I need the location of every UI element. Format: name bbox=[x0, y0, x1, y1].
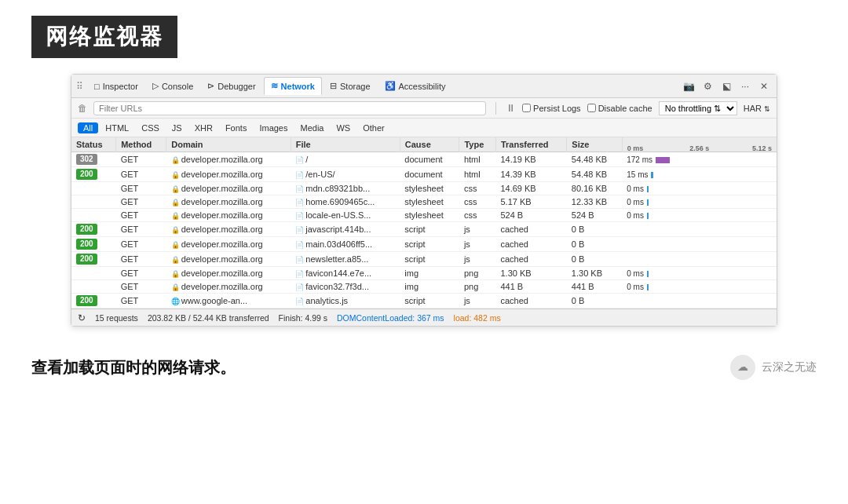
table-row[interactable]: 200GET🔒developer.mozilla.org📄/en-US/docu… bbox=[71, 167, 777, 182]
disable-cache-text: Disable cache bbox=[598, 104, 652, 113]
cell-transferred: 5.17 KB bbox=[495, 195, 566, 209]
persist-logs-label[interactable]: Persist Logs bbox=[522, 104, 581, 113]
cell-method: GET bbox=[116, 152, 166, 167]
cell-type: html bbox=[459, 167, 496, 182]
cell-cause: script bbox=[400, 222, 459, 237]
table-row[interactable]: GET🔒developer.mozilla.org📄favicon144.e7e… bbox=[71, 267, 777, 280]
cell-transferred: 14.19 KB bbox=[495, 152, 566, 167]
pause-icon[interactable]: ⏸ bbox=[506, 102, 516, 114]
col-domain[interactable]: Domain bbox=[166, 137, 291, 152]
type-btn-ws[interactable]: WS bbox=[331, 122, 356, 133]
table-row[interactable]: GET🔒developer.mozilla.org📄favicon32.7f3d… bbox=[71, 280, 777, 294]
cell-size: 0 B bbox=[567, 294, 622, 309]
cell-domain: 🔒developer.mozilla.org bbox=[166, 167, 291, 182]
cell-file: 📄/en-US/ bbox=[291, 167, 400, 182]
disable-cache-label[interactable]: Disable cache bbox=[587, 104, 652, 113]
throttle-select[interactable]: No throttling ⇅ bbox=[659, 101, 737, 115]
cell-size: 1.30 KB bbox=[567, 267, 622, 280]
type-btn-fonts[interactable]: Fonts bbox=[220, 122, 253, 133]
col-status[interactable]: Status bbox=[71, 137, 116, 152]
file-icon: 📄 bbox=[295, 270, 304, 278]
type-btn-other[interactable]: Other bbox=[357, 122, 390, 133]
cell-file: 📄mdn.c89321bb... bbox=[291, 182, 400, 195]
cell-timeline: 15 ms bbox=[622, 167, 777, 182]
har-label[interactable]: HAR ⇅ bbox=[744, 104, 770, 113]
status-requests: 15 requests bbox=[95, 313, 138, 323]
devtools-window: ⠿ □ Inspector ▷ Console ⊳ Debugger ≋ Net… bbox=[71, 74, 777, 327]
table-row[interactable]: 200GET🔒developer.mozilla.org📄main.03d406… bbox=[71, 237, 777, 252]
tab-inspector[interactable]: □ Inspector bbox=[88, 79, 144, 94]
cell-transferred: 14.39 KB bbox=[495, 167, 566, 182]
dock-icon[interactable]: ⬕ bbox=[718, 79, 734, 94]
col-transferred[interactable]: Transferred bbox=[495, 137, 566, 152]
table-row[interactable]: 200GET🔒developer.mozilla.org📄newsletter.… bbox=[71, 252, 777, 267]
status-badge: 200 bbox=[76, 224, 97, 235]
type-btn-js[interactable]: JS bbox=[166, 122, 188, 133]
cell-method: GET bbox=[116, 182, 166, 195]
cell-status bbox=[71, 195, 116, 209]
table-row[interactable]: 200GET🔒developer.mozilla.org📄javascript.… bbox=[71, 222, 777, 237]
type-btn-html[interactable]: HTML bbox=[100, 122, 134, 133]
cell-cause: document bbox=[400, 167, 459, 182]
tab-network[interactable]: ≋ Network bbox=[264, 77, 322, 95]
cell-timeline bbox=[622, 222, 777, 237]
table-row[interactable]: 200GET🌐www.google-an...📄analytics.jsscri… bbox=[71, 294, 777, 309]
tab-storage[interactable]: ⊟ Storage bbox=[323, 78, 377, 94]
close-icon[interactable]: ✕ bbox=[756, 79, 772, 94]
file-icon: 📄 bbox=[295, 171, 304, 179]
clear-requests-button[interactable]: 🗑 bbox=[78, 103, 87, 114]
col-size[interactable]: Size bbox=[567, 137, 622, 152]
disable-cache-checkbox[interactable] bbox=[587, 104, 596, 112]
cell-method: GET bbox=[116, 252, 166, 267]
cell-domain: 🔒developer.mozilla.org bbox=[166, 195, 291, 209]
type-btn-css[interactable]: CSS bbox=[136, 122, 165, 133]
table-row[interactable]: GET🔒developer.mozilla.org📄locale-en-US.S… bbox=[71, 209, 777, 222]
status-badge: 200 bbox=[76, 295, 97, 306]
table-row[interactable]: GET🔒developer.mozilla.org📄home.6909465c.… bbox=[71, 195, 777, 209]
settings-icon[interactable]: ⚙ bbox=[700, 79, 715, 94]
type-btn-media[interactable]: Media bbox=[294, 122, 329, 133]
tab-debugger[interactable]: ⊳ Debugger bbox=[201, 78, 261, 94]
col-file[interactable]: File bbox=[291, 137, 400, 152]
screenshot-icon[interactable]: 📷 bbox=[681, 79, 696, 94]
cell-file: 📄analytics.js bbox=[291, 294, 400, 309]
table-row[interactable]: GET🔒developer.mozilla.org📄mdn.c89321bb..… bbox=[71, 182, 777, 195]
col-cause[interactable]: Cause bbox=[400, 137, 459, 152]
cell-method: GET bbox=[116, 280, 166, 294]
col-type[interactable]: Type bbox=[459, 137, 496, 152]
network-table-container[interactable]: Status Method Domain File Cause Type Tra… bbox=[71, 137, 777, 309]
lock-icon: 🔒 bbox=[171, 156, 180, 164]
file-icon: 📄 bbox=[295, 212, 304, 220]
cell-method: GET bbox=[116, 294, 166, 309]
tab-storage-label: Storage bbox=[340, 82, 371, 91]
overflow-icon[interactable]: ··· bbox=[737, 79, 753, 94]
persist-logs-checkbox[interactable] bbox=[522, 104, 531, 112]
filter-input[interactable] bbox=[93, 101, 486, 115]
storage-icon: ⊟ bbox=[330, 81, 337, 91]
accessibility-icon: ♿ bbox=[385, 81, 396, 91]
table-row[interactable]: 302GET🔒developer.mozilla.org📄/ documenth… bbox=[71, 152, 777, 167]
watermark-text: 云深之无迹 bbox=[762, 360, 817, 374]
cell-file: 📄locale-en-US.S... bbox=[291, 209, 400, 222]
cell-transferred: 1.30 KB bbox=[495, 267, 566, 280]
drag-icon: ⠿ bbox=[76, 81, 83, 92]
filter-bar: 🗑 ⏸ Persist Logs Disable cache No thrott… bbox=[71, 98, 777, 119]
cell-size: 54.48 KB bbox=[567, 167, 622, 182]
timeline-bar bbox=[656, 157, 670, 163]
lock-icon: 🔒 bbox=[171, 199, 180, 206]
tab-accessibility[interactable]: ♿ Accessibility bbox=[378, 78, 452, 94]
lock-icon: 🔒 bbox=[171, 171, 180, 179]
tab-console[interactable]: ▷ Console bbox=[146, 78, 199, 94]
cell-domain: 🔒developer.mozilla.org bbox=[166, 152, 291, 167]
lock-icon: 🔒 bbox=[171, 226, 180, 234]
type-btn-all[interactable]: All bbox=[78, 122, 98, 133]
lock-icon: 🔒 bbox=[171, 185, 180, 193]
svg-text:☁: ☁ bbox=[737, 360, 748, 373]
col-method[interactable]: Method bbox=[116, 137, 166, 152]
type-btn-xhr[interactable]: XHR bbox=[189, 122, 218, 133]
toolbar-actions: 📷 ⚙ ⬕ ··· ✕ bbox=[681, 79, 772, 94]
status-badge: 302 bbox=[76, 154, 97, 165]
file-icon: 📄 bbox=[295, 226, 304, 234]
type-btn-images[interactable]: Images bbox=[254, 122, 293, 133]
cell-size: 12.33 KB bbox=[567, 195, 622, 209]
